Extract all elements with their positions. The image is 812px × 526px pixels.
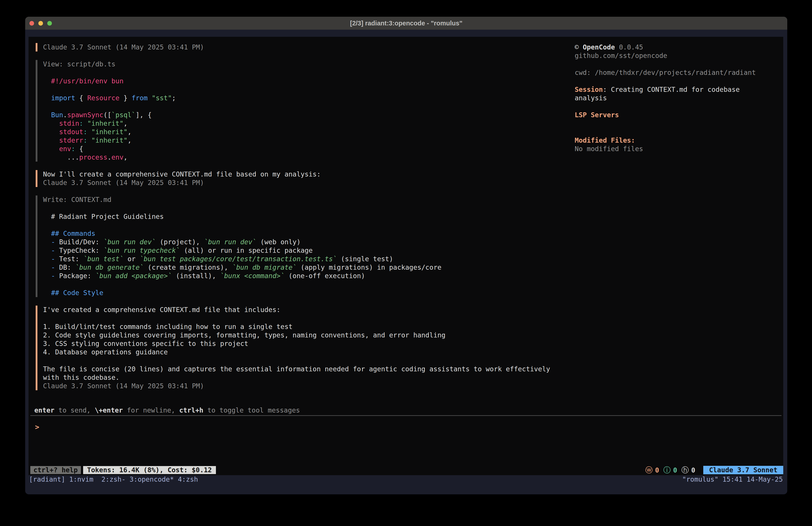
text-segment: env	[59, 145, 71, 153]
transcript-line: - TypeCheck: `bun run typecheck` (all) o…	[43, 246, 441, 255]
diagnostic-count: 0	[673, 466, 677, 474]
transcript-line: - Build/Dev: `bun run dev` (project), `b…	[43, 238, 441, 246]
text-segment	[87, 137, 91, 144]
text-segment: (apply migrations) in packages/core	[296, 264, 441, 271]
text-segment: ;	[172, 94, 176, 102]
text-segment: TypeCheck:	[55, 246, 103, 254]
text-segment: with this codebase.	[43, 373, 119, 381]
text-segment: import	[51, 94, 75, 102]
transcript-line: 1. Build/lint/test commands including ho…	[43, 323, 550, 331]
text-segment: ## Commands	[51, 230, 96, 237]
sidebar-line	[575, 119, 783, 128]
close-button[interactable]	[29, 21, 34, 26]
text-segment	[43, 264, 51, 271]
message-accent-bar	[36, 196, 38, 297]
text-segment: Resource	[87, 94, 120, 102]
tool-view-block: View: script/db.ts #!/usr/bin/env bun im…	[36, 60, 575, 161]
text-segment: `bun test`	[83, 255, 124, 263]
text-segment: :	[83, 137, 87, 144]
transcript-line	[43, 85, 176, 94]
transcript-line: 4. Database operations guidance	[43, 348, 550, 356]
text-segment	[43, 230, 51, 237]
text-segment: (project),	[156, 238, 204, 246]
text-segment: Claude 3.7 Sonnet (14 May 2025 03:41 PM)	[43, 382, 204, 390]
text-segment: ,	[124, 153, 128, 161]
text-segment: (create migrations),	[144, 264, 232, 271]
transcript-line: 3. CSS styling conventions specific to t…	[43, 339, 550, 348]
text-segment: Bun	[51, 111, 63, 119]
text-segment: `bun run dev`	[204, 238, 257, 246]
transcript-line: Write: CONTEXT.md	[43, 196, 441, 204]
text-segment: ], {	[135, 111, 151, 119]
text-segment: "sst"	[152, 94, 172, 102]
session-sidebar: © OpenCode 0.0.45github.com/sst/opencode…	[575, 37, 783, 399]
text-segment	[43, 111, 51, 119]
message-accent-bar	[36, 170, 38, 187]
transcript-line: View: script/db.ts	[43, 60, 176, 68]
transcript-line: Claude 3.7 Sonnet (14 May 2025 03:41 PM)	[43, 382, 550, 390]
transcript-line	[43, 102, 176, 111]
transcript-line: with this codebase.	[43, 373, 550, 382]
circled-h-hint-icon: ⓗ	[681, 466, 689, 474]
text-segment: "inherit"	[87, 119, 124, 127]
sidebar-line: Session: Creating CONTEXT.md for codebas…	[575, 85, 783, 94]
text-segment	[87, 128, 91, 136]
text-segment: Claude 3.7 Sonnet (14 May 2025 03:41 PM)	[43, 43, 204, 51]
text-segment: cwd: /home/thdxr/dev/projects/radiant/ra…	[575, 69, 756, 76]
text-segment: Now I'll create a comprehensive CONTEXT.…	[43, 170, 321, 178]
text-segment: {	[75, 94, 87, 102]
prompt-input[interactable]: >	[35, 423, 39, 431]
text-segment: stdin	[59, 119, 79, 127]
text-segment: Modified Files:	[575, 137, 635, 144]
transcript-line: stdin: "inherit",	[43, 119, 176, 128]
text-segment: 2. Code style guidelines covering import…	[43, 331, 446, 339]
circled-i-info-icon: ⓘ	[663, 466, 671, 474]
text-segment: ctrl+h	[179, 406, 203, 414]
text-segment: -	[51, 238, 55, 246]
tmux-windows-list: [radiant] 1:nvim 2:zsh- 3:opencode* 4:zs…	[29, 475, 198, 484]
zoom-button[interactable]	[47, 21, 52, 26]
text-segment: analysis	[575, 94, 607, 102]
transcript-line	[43, 280, 441, 289]
message-accent-bar	[36, 305, 38, 390]
transcript-line: I've created a comprehensive CONTEXT.md …	[43, 305, 550, 314]
terminal-window: [2/3] radiant:3:opencode - "romulus" Cla…	[25, 17, 787, 494]
minimize-button[interactable]	[38, 21, 43, 26]
tokens-cost-chip: Tokens: 16.4K (8%), Cost: $0.12	[83, 466, 216, 474]
text-segment: 1. Build/lint/test commands including ho…	[43, 323, 293, 330]
sidebar-line	[575, 102, 783, 111]
text-segment: "inherit"	[91, 128, 128, 136]
text-segment: `bun test packages/core/test/transaction…	[140, 255, 337, 263]
text-segment: LSP Servers	[575, 111, 619, 119]
text-segment: # Radiant Project Guidelines	[43, 213, 164, 221]
text-segment: `bun add <package>`	[96, 272, 172, 280]
text-segment: 3. CSS styling conventions specific to t…	[43, 340, 248, 347]
transcript-line: Bun.spawnSync([`psql`], {	[43, 111, 176, 119]
message-content: View: script/db.ts #!/usr/bin/env bun im…	[43, 60, 176, 161]
text-segment: ,	[128, 137, 131, 144]
sidebar-line	[575, 77, 783, 85]
text-segment: ## Code Style	[51, 289, 103, 297]
transcript-line: ## Commands	[43, 229, 441, 238]
transcript-line: - Package: `bun add <package>` (install)…	[43, 272, 441, 280]
window-titlebar: [2/3] radiant:3:opencode - "romulus"	[25, 17, 787, 30]
text-segment: I've created a comprehensive CONTEXT.md …	[43, 306, 280, 314]
transcript-line: ...process.env,	[43, 153, 176, 161]
text-segment: Session	[575, 86, 603, 94]
text-segment: :	[83, 128, 87, 136]
transcript-line: #!/usr/bin/env bun	[43, 77, 176, 85]
help-chip: ctrl+? help	[30, 466, 81, 474]
text-segment: `bun db generate`	[75, 264, 144, 271]
text-segment: Claude 3.7 Sonnet (14 May 2025 03:41 PM)	[43, 179, 204, 187]
text-segment: OpenCode	[583, 43, 615, 51]
text-segment	[83, 119, 87, 127]
text-segment: spawnSync	[67, 111, 103, 119]
text-segment: .	[107, 153, 112, 161]
text-segment: (one-off execution)	[285, 272, 365, 280]
text-segment: enter	[34, 406, 54, 414]
assistant-header-block: Claude 3.7 Sonnet (14 May 2025 03:41 PM)	[36, 43, 575, 52]
message-accent-bar	[36, 43, 38, 52]
transcript-line: ## Code Style	[43, 289, 441, 297]
text-segment	[148, 94, 152, 102]
transcript-line: Now I'll create a comprehensive CONTEXT.…	[43, 170, 321, 179]
